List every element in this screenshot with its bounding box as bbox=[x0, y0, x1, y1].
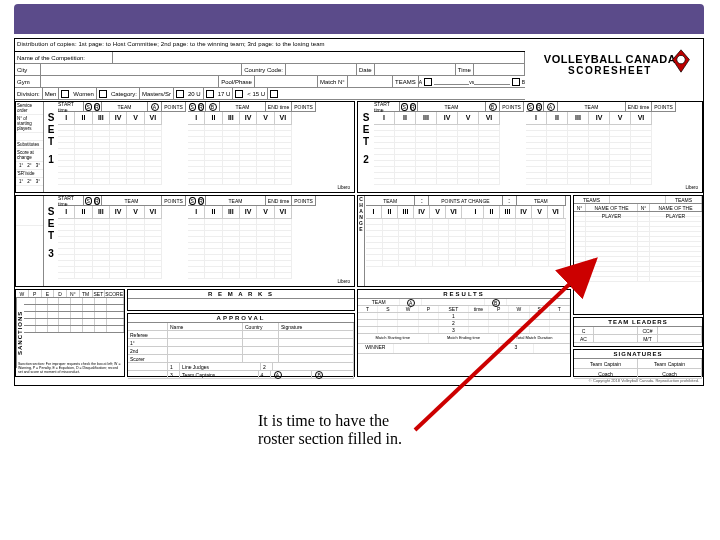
results-row[interactable]: 1 bbox=[358, 313, 570, 320]
set1-a-roman: IIIIIIIVVVI bbox=[58, 112, 162, 124]
approval-block: APPROVAL NameCountrySignature Referee 1°… bbox=[127, 313, 355, 377]
results-time-row: Match Starting time Match Ending time To… bbox=[358, 334, 570, 344]
gym-label: Gym bbox=[15, 76, 41, 87]
approval-head: NameCountrySignature bbox=[128, 323, 354, 331]
set1-leftcol: Service order N° of starting players Sub… bbox=[16, 102, 44, 192]
set3-a-grid[interactable] bbox=[58, 218, 162, 279]
team-b-name[interactable] bbox=[474, 79, 509, 85]
matchno-field[interactable] bbox=[348, 76, 393, 87]
scoresheet: Distribution of copies: 1st page: to Hos… bbox=[14, 38, 704, 386]
approval-foot: 1 Line Judges 2 bbox=[128, 363, 354, 371]
remarks-title: R E M A R K S bbox=[128, 290, 354, 299]
set3-b-grid[interactable] bbox=[188, 218, 292, 279]
distribution-note: Distribution of copies: 1st page: to Hos… bbox=[17, 41, 325, 47]
set2-libero: Libero bbox=[685, 185, 698, 190]
approval-row[interactable]: Referee bbox=[128, 331, 354, 339]
team-a-letter: A bbox=[419, 79, 422, 85]
results-winner-row: WINNER3 bbox=[358, 344, 570, 354]
leader-row[interactable]: CCC# bbox=[574, 327, 702, 335]
roster-subheader: N° NAME OF THE PLAYER N° NAME OF THE PLA… bbox=[574, 204, 702, 212]
results-row[interactable]: 3 bbox=[358, 327, 570, 334]
results-block: RESULTS TEAM A B TSWPSETtimePWST 1 2 3 M… bbox=[357, 289, 571, 377]
pool-field[interactable] bbox=[255, 76, 318, 87]
results-row[interactable]: 2 bbox=[358, 320, 570, 327]
cat-masters: Masters/Sr bbox=[140, 88, 174, 99]
set-1-block: Service order N° of starting players Sub… bbox=[15, 101, 355, 193]
change-b-roman: IIIIIIIVVVI bbox=[468, 206, 564, 218]
date-field[interactable] bbox=[375, 64, 456, 75]
roster-row[interactable] bbox=[574, 277, 702, 282]
set-2-block: SET 2 START time SR TEAM B POINTS IIIIII… bbox=[357, 101, 703, 193]
sanctions-block: WPEDN°TMSETSCORE SANCTIONS Sanction sect… bbox=[15, 289, 125, 377]
set1-vert: SET 1 bbox=[46, 112, 56, 166]
signatures-title: SIGNATURES bbox=[574, 350, 702, 359]
gym-field[interactable] bbox=[41, 76, 219, 87]
team-leaders-block: TEAM LEADERS CCC# ACM/T bbox=[573, 317, 703, 347]
signature-row[interactable]: Team CaptainTeam Captain bbox=[574, 359, 702, 369]
results-hdr: TSWPSETtimePWST bbox=[358, 306, 570, 313]
approval-row[interactable]: Scorer bbox=[128, 355, 354, 363]
cat-17u: 17 U bbox=[216, 88, 234, 99]
sanctions-row[interactable] bbox=[24, 305, 124, 312]
set3-libero: Libero bbox=[337, 279, 350, 284]
results-team-row: TEAM A B bbox=[358, 299, 570, 306]
sanctions-row[interactable] bbox=[24, 312, 124, 319]
cat-20u-check[interactable] bbox=[206, 90, 214, 98]
score-at-change-label: Score at change bbox=[16, 149, 43, 162]
set1-b-grid[interactable] bbox=[188, 124, 292, 185]
cat-sub: < 15 U bbox=[245, 88, 268, 99]
women-label: Women bbox=[71, 88, 97, 99]
signatures-block: SIGNATURES Team CaptainTeam Captain Coac… bbox=[573, 349, 703, 377]
set3-b-hdr: SR TEAM END time POINTS bbox=[188, 196, 316, 206]
country-code-label: Country Code: bbox=[242, 64, 286, 75]
change-a-roman: IIIIIIIVVVI bbox=[366, 206, 462, 218]
set2-a-roman: IIIIIIIVVVI bbox=[374, 112, 500, 124]
matchno-label: Match N° bbox=[318, 76, 348, 87]
change-vertical-label: CHANGE bbox=[358, 196, 365, 286]
approval-row[interactable]: 1° bbox=[128, 339, 354, 347]
sanctions-row[interactable] bbox=[24, 326, 124, 333]
change-grid[interactable] bbox=[366, 218, 566, 267]
men-check[interactable] bbox=[61, 90, 69, 98]
match-header: Name of the Competition: City Country Co… bbox=[15, 51, 525, 100]
women-check[interactable] bbox=[99, 90, 107, 98]
set2-b-grid[interactable] bbox=[526, 124, 652, 185]
starting-players-label: N° of starting players bbox=[16, 115, 43, 133]
city-field[interactable] bbox=[41, 64, 242, 75]
team-b-box[interactable] bbox=[512, 78, 520, 86]
set2-b-roman: IIIIIIIVVVI bbox=[526, 112, 652, 124]
team-a-box[interactable] bbox=[424, 78, 432, 86]
results-title: RESULTS bbox=[358, 290, 570, 299]
cat-17u-check[interactable] bbox=[235, 90, 243, 98]
approval-row[interactable]: 2nd bbox=[128, 347, 354, 355]
volleyball-canada-logo-icon bbox=[667, 47, 695, 75]
division-label: Division: bbox=[15, 88, 43, 99]
competition-label: Name of the Competition: bbox=[15, 52, 113, 63]
sanctions-row[interactable] bbox=[24, 319, 124, 326]
sanctions-note: Sanction section: For improper requests … bbox=[18, 362, 122, 374]
set1-a-grid[interactable] bbox=[58, 124, 162, 185]
cat-sub-check[interactable] bbox=[270, 90, 278, 98]
roster-block: TEAMS TEAMS N° NAME OF THE PLAYER N° NAM… bbox=[573, 195, 703, 315]
cat-masters-check[interactable] bbox=[176, 90, 184, 98]
approval-foot2: 3 Team Captains 4 A B bbox=[128, 371, 354, 379]
set2-vert: SET 2 bbox=[361, 112, 371, 166]
copyright-note: © Copyright 2018 Volleyball Canada. Repr… bbox=[589, 378, 699, 383]
time-field[interactable] bbox=[474, 64, 525, 75]
set2-a-hdr: START time SR TEAM B POINTS bbox=[374, 102, 524, 112]
sanctions-row[interactable] bbox=[24, 298, 124, 305]
category-label: Category: bbox=[109, 88, 140, 99]
set-3-block: SET 3 START time SR TEAM POINTS IIIIIIIV… bbox=[15, 195, 355, 287]
approval-title: APPROVAL bbox=[128, 314, 354, 323]
set1-libero: Libero bbox=[337, 185, 350, 190]
teams-label: TEAMS bbox=[393, 76, 419, 87]
city-label: City bbox=[15, 64, 41, 75]
sanctions-header: WPEDN°TMSETSCORE bbox=[16, 290, 124, 298]
substitutes-label: Substitutes bbox=[16, 141, 43, 149]
set2-a-grid[interactable] bbox=[374, 124, 500, 185]
set3-change-block: CHANGE TEAM : POINTS AT CHANGE : TEAM II… bbox=[357, 195, 571, 287]
competition-field[interactable] bbox=[113, 52, 525, 63]
team-a-name[interactable] bbox=[434, 79, 469, 85]
country-code-field[interactable] bbox=[286, 64, 357, 75]
leader-row[interactable]: ACM/T bbox=[574, 335, 702, 343]
